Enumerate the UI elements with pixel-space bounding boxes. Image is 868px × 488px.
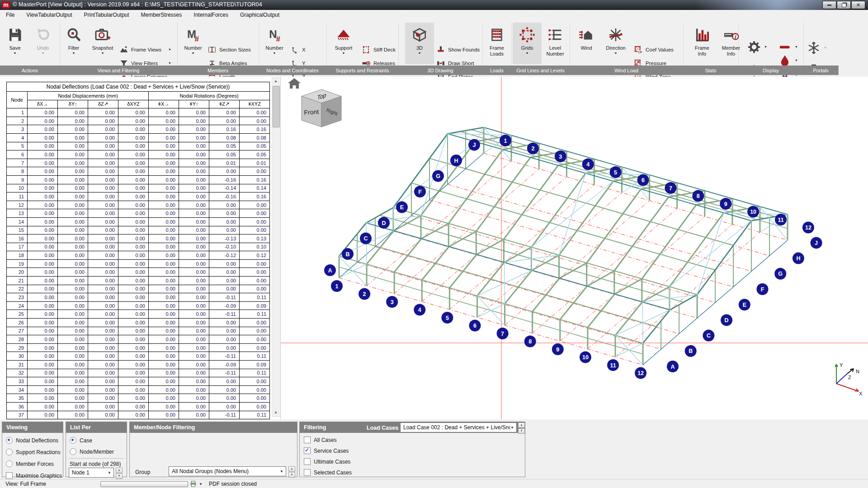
home-view-icon[interactable] [288, 78, 301, 89]
ribbon-group-label-stats: Stats [683, 66, 739, 75]
load-case-spinner[interactable]: ▲▼ [518, 422, 525, 434]
menu-item-graphicaloutput[interactable]: GraphicalOutput [234, 10, 285, 20]
checkbox-icon[interactable] [6, 472, 13, 479]
svg-text:#: # [276, 35, 280, 43]
start-node-dropdown[interactable]: Node 1▼ [69, 468, 114, 478]
ribbon-button-stiff-deck[interactable]: Stiff Deck [362, 44, 396, 55]
viewing-option-member-forces[interactable]: Member Forces [6, 460, 54, 467]
ribbon-button-frame-views[interactable]: Frame Views [119, 44, 161, 55]
viewing-option-support-reactions[interactable]: Support Reactions [6, 449, 61, 455]
chevron-down-icon[interactable]: ▼ [88, 51, 117, 55]
chevron-down-icon[interactable]: ▼ [601, 51, 630, 55]
group-dropdown[interactable]: All Nodal Groups (Nodes Menu)▼ [169, 466, 286, 476]
ribbon-button-support[interactable]: Support▼ [329, 23, 358, 64]
viewing-option-nodal-deflections[interactable]: Nodal Deflections [6, 437, 58, 444]
ribbon-button-section-sizes[interactable]: Section Sizes [208, 44, 251, 55]
radio-icon[interactable] [6, 460, 13, 467]
view-cube[interactable]: TopFrontRight [302, 89, 341, 127]
chevron-down-icon[interactable]: ▼ [168, 61, 171, 65]
chevron-down-icon[interactable]: ▼ [0, 51, 29, 55]
table-row: 90.000.000.000.000.000.00-0.160.16 [7, 175, 270, 184]
3d-viewport[interactable]: 123456789101112123456789101112ABCDEFGHJB… [280, 77, 868, 419]
chevron-down-icon[interactable]: ▼ [59, 51, 88, 55]
svg-text:5: 5 [614, 169, 617, 176]
chevron-down-icon[interactable]: ▼ [824, 46, 827, 49]
filter-check-all-cases[interactable]: All Cases [304, 436, 337, 443]
ribbon-button-snapshot[interactable]: Snapshot▼ [88, 23, 117, 64]
camera-icon [94, 27, 111, 43]
ribbon-button-member[interactable]: iMemberInfo [717, 23, 745, 64]
ribbon-button-direction[interactable]: Direction▼ [601, 23, 630, 64]
scroll-down-icon[interactable]: ▼ [272, 409, 279, 417]
filter-check-service-cases[interactable]: Service Cases [304, 447, 349, 454]
member-node-filtering-panel: Member/Node Filtering Group All Nodal Gr… [129, 422, 297, 477]
ribbon-button-3d[interactable]: 3D▼ [405, 23, 434, 64]
ribbon-button-filter[interactable]: Filter▼ [59, 23, 88, 64]
ribbon-button-x[interactable]: xX [290, 44, 306, 55]
menu-item-internalforces[interactable]: InternalForces [188, 10, 234, 20]
chevron-down-icon[interactable]: ▼ [795, 45, 798, 48]
load-case-dropdown[interactable]: Load Case 002 : Dead + Services + Live/S… [400, 422, 517, 432]
chevron-down-icon[interactable]: ▼ [28, 51, 57, 55]
start-node-spinner[interactable]: ▲▼ [116, 468, 123, 479]
scrollbar-thumb[interactable] [273, 86, 280, 127]
ribbon-group-labels: ActionsViews and FilteringMembersNodes a… [0, 66, 868, 75]
scroll-up-icon[interactable]: ▲ [272, 78, 279, 85]
ribbon-group-label-display: Display [738, 66, 804, 75]
minimize-button[interactable] [822, 1, 836, 9]
chevron-down-icon[interactable]: ▼ [764, 45, 767, 48]
radio-icon[interactable] [70, 437, 76, 444]
svg-text:2: 2 [531, 145, 534, 152]
chevron-down-icon: ▼ [510, 426, 516, 430]
menu-item-printtabularoutput[interactable]: PrintTabularOutput [78, 10, 135, 20]
member-node-filtering-title: Member/Node Filtering [130, 422, 297, 433]
ribbon-button-undo[interactable]: Undo▼ [28, 23, 57, 64]
table-scrollbar[interactable]: ▲ ▼ [272, 77, 281, 417]
direction-icon [608, 27, 624, 43]
checkbox-icon[interactable] [304, 436, 311, 443]
ribbon-button-level[interactable]: LevelNumber [541, 23, 570, 64]
chevron-down-icon[interactable]: ▼ [329, 51, 358, 55]
chevron-down-icon[interactable]: ▼ [260, 51, 289, 55]
ribbon-button-coef-values[interactable]: CPCoef Values [634, 44, 674, 55]
printer-dropdown-icon[interactable]: ▼ [199, 482, 203, 486]
filter-check-selected-cases[interactable]: Selected Cases [304, 469, 352, 476]
output-table-panel: Nodal Deflections (Load Case 002 : Dead … [0, 77, 280, 419]
ribbon-button-red-line[interactable] [777, 39, 793, 55]
chevron-down-icon[interactable]: ▼ [513, 51, 542, 55]
viewing-option-maximise-graphics[interactable]: Maximise Graphics [6, 472, 62, 479]
checkbox-icon[interactable] [304, 447, 311, 454]
printer-icon[interactable] [189, 480, 197, 488]
ribbon-button-save[interactable]: Save▼ [0, 23, 29, 64]
ribbon-button-number[interactable]: M#Number▼ [179, 23, 208, 64]
chevron-down-icon[interactable]: ▼ [179, 51, 208, 55]
group-spinner[interactable]: ▲▼ [288, 466, 295, 478]
chevron-down-icon[interactable]: ▼ [795, 59, 798, 62]
progress-bar [100, 481, 188, 487]
close-button[interactable]: × [851, 1, 865, 9]
radio-icon[interactable] [6, 449, 13, 455]
ribbon-button-gear[interactable] [746, 39, 762, 55]
ribbon-button-frame[interactable]: FrameInfo [688, 23, 717, 64]
ribbon-button-number[interactable]: N#Number▼ [260, 23, 289, 64]
ribbon-button-frame[interactable]: FrameLoads [482, 23, 511, 64]
ribbon-button-wind[interactable]: Wind [572, 23, 601, 64]
list-per-option-case[interactable]: Case [70, 437, 92, 444]
chevron-down-icon[interactable]: ▼ [405, 51, 434, 55]
radio-icon[interactable] [70, 448, 76, 455]
filter-check-ultimate-cases[interactable]: Ultimate Cases [304, 458, 350, 465]
ribbon-button-show-founds[interactable]: Show Founds [436, 44, 480, 55]
menu-item-file[interactable]: File [0, 10, 20, 20]
maximize-button[interactable] [837, 1, 851, 9]
chevron-down-icon[interactable]: ▼ [168, 48, 171, 51]
menu-item-memberstresses[interactable]: MemberStresses [135, 10, 188, 20]
close-icon: × [857, 3, 860, 7]
checkbox-icon[interactable] [304, 458, 311, 465]
list-per-option-node-member[interactable]: Node/Member [70, 448, 114, 455]
radio-icon[interactable] [6, 437, 13, 444]
rotations-header: Nodal Rotations (Degrees) [149, 92, 270, 100]
ribbon-button-grids[interactable]: Grids▼ [513, 23, 542, 64]
menu-item-viewtabularoutput[interactable]: ViewTabularOutput [20, 10, 78, 20]
checkbox-icon[interactable] [304, 469, 311, 476]
ribbon-button-snowflake[interactable] [806, 40, 821, 56]
